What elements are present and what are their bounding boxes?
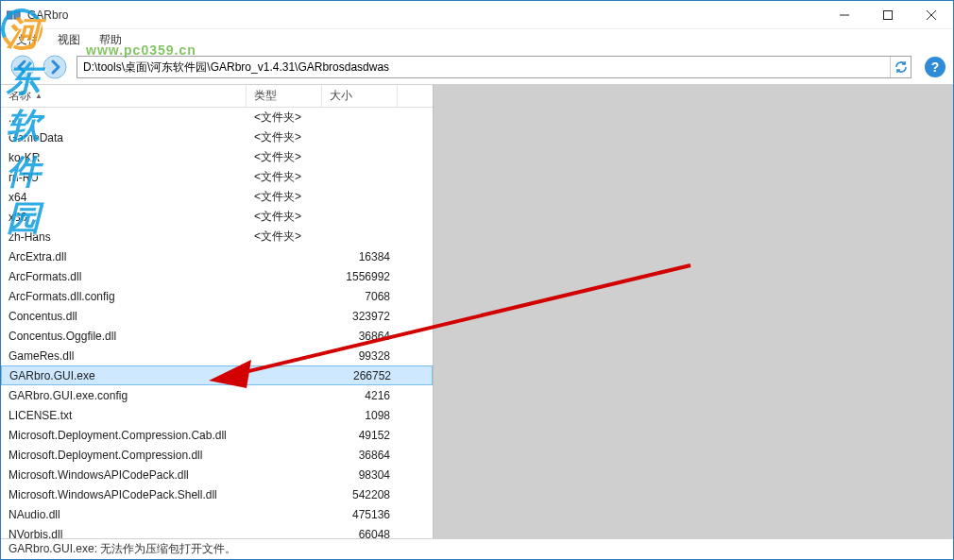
window-controls <box>823 1 953 28</box>
file-name-cell: Concentus.dll <box>1 310 247 323</box>
file-row[interactable]: Microsoft.Deployment.Compression.Cab.dll… <box>1 425 433 445</box>
file-row[interactable]: NAudio.dll475136 <box>1 504 433 524</box>
file-size-cell: 323972 <box>322 310 398 323</box>
file-row[interactable]: GARbro.GUI.exe266752 <box>1 365 433 385</box>
file-list[interactable]: ..<文件夹>GameData<文件夹>ko-KR<文件夹>ru-RU<文件夹>… <box>1 108 433 538</box>
file-size-cell: 99328 <box>322 349 398 363</box>
menu-view[interactable]: 视图 <box>50 30 88 50</box>
file-name-cell: Microsoft.WindowsAPICodePack.dll <box>1 468 247 482</box>
file-row[interactable]: ..<文件夹> <box>1 108 433 127</box>
file-row[interactable]: Microsoft.WindowsAPICodePack.Shell.dll54… <box>1 484 433 504</box>
file-name-cell: Concentus.Oggfile.dll <box>1 330 247 343</box>
file-row[interactable]: Concentus.Oggfile.dll36864 <box>1 326 433 346</box>
file-size-cell: 66048 <box>322 528 398 539</box>
file-size-cell: 16384 <box>322 250 398 263</box>
file-name-cell: Microsoft.Deployment.Compression.dll <box>1 449 247 462</box>
nav-forward-button[interactable] <box>41 53 69 81</box>
svg-point-6 <box>11 56 34 78</box>
file-name-cell: GameData <box>1 131 247 144</box>
app-icon <box>7 9 22 21</box>
file-name-cell: ru-RU <box>1 171 247 184</box>
file-size-cell: 98304 <box>322 468 398 482</box>
status-bar: GARbro.GUI.exe: 无法作为压缩包打开文件。 <box>1 538 953 559</box>
file-name-cell: zh-Hans <box>1 230 247 244</box>
file-row[interactable]: Microsoft.WindowsAPICodePack.dll98304 <box>1 465 433 484</box>
svg-point-7 <box>43 56 66 78</box>
file-name-cell: ko-KR <box>1 151 247 164</box>
file-size-cell: 266752 <box>323 369 399 382</box>
file-row[interactable]: LICENSE.txt1098 <box>1 405 433 425</box>
title-bar: GARbro <box>1 1 953 29</box>
file-type-cell: <文件夹> <box>247 209 322 225</box>
menu-bar: 文件 视图 帮助 <box>1 29 953 50</box>
file-name-cell: NVorbis.dll <box>1 528 247 539</box>
file-size-cell: 475136 <box>322 508 398 521</box>
file-row[interactable]: ArcFormats.dll1556992 <box>1 266 433 286</box>
file-type-cell: <文件夹> <box>247 129 322 145</box>
path-input[interactable] <box>77 57 890 77</box>
menu-file[interactable]: 文件 <box>9 30 46 50</box>
window-title: GARbro <box>27 8 68 22</box>
svg-rect-1 <box>14 11 20 19</box>
file-name-cell: .. <box>1 111 247 125</box>
file-name-cell: NAudio.dll <box>1 508 247 521</box>
toolbar: ? <box>1 50 953 84</box>
maximize-button[interactable] <box>866 1 910 28</box>
file-row[interactable]: ru-RU<文件夹> <box>1 167 433 187</box>
preview-pane <box>434 85 953 538</box>
file-row[interactable]: Concentus.dll323972 <box>1 306 433 326</box>
minimize-button[interactable] <box>823 1 866 28</box>
file-type-cell: <文件夹> <box>247 149 322 165</box>
file-size-cell: 49152 <box>322 429 398 442</box>
column-headers: 名称▲ 类型 大小 <box>1 85 433 108</box>
file-row[interactable]: NVorbis.dll66048 <box>1 524 433 538</box>
file-name-cell: x86 <box>1 211 247 224</box>
file-name-cell: LICENSE.txt <box>1 409 247 422</box>
file-size-cell: 1098 <box>322 409 398 422</box>
file-row[interactable]: ArcFormats.dll.config7068 <box>1 286 433 306</box>
file-row[interactable]: GameRes.dll99328 <box>1 346 433 365</box>
file-name-cell: ArcExtra.dll <box>1 250 247 263</box>
file-row[interactable]: GameData<文件夹> <box>1 127 433 147</box>
file-row[interactable]: x86<文件夹> <box>1 207 433 227</box>
svg-rect-3 <box>884 10 893 19</box>
file-size-cell: 1556992 <box>322 270 398 283</box>
svg-rect-0 <box>7 11 12 19</box>
file-name-cell: GARbro.GUI.exe.config <box>1 389 247 402</box>
file-type-cell: <文件夹> <box>247 110 322 126</box>
file-row[interactable]: ArcExtra.dll16384 <box>1 246 433 266</box>
status-text: GARbro.GUI.exe: 无法作为压缩包打开文件。 <box>9 541 236 557</box>
column-name[interactable]: 名称▲ <box>1 85 247 107</box>
file-size-cell: 542208 <box>322 488 398 501</box>
file-name-cell: Microsoft.WindowsAPICodePack.Shell.dll <box>1 488 247 501</box>
column-size[interactable]: 大小 <box>322 85 398 107</box>
file-name-cell: x64 <box>1 191 247 204</box>
file-row[interactable]: Microsoft.Deployment.Compression.dll3686… <box>1 445 433 465</box>
main-body: 名称▲ 类型 大小 ..<文件夹>GameData<文件夹>ko-KR<文件夹>… <box>1 84 953 538</box>
menu-help[interactable]: 帮助 <box>92 30 129 50</box>
file-size-cell: 7068 <box>322 290 398 303</box>
column-type[interactable]: 类型 <box>247 85 322 107</box>
column-spacer <box>398 85 433 107</box>
file-size-cell: 36864 <box>322 449 398 462</box>
file-row[interactable]: GARbro.GUI.exe.config4216 <box>1 385 433 405</box>
file-name-cell: GARbro.GUI.exe <box>2 369 247 382</box>
refresh-button[interactable] <box>890 57 911 77</box>
file-name-cell: Microsoft.Deployment.Compression.Cab.dll <box>1 429 247 442</box>
file-name-cell: ArcFormats.dll.config <box>1 290 247 303</box>
file-type-cell: <文件夹> <box>247 189 322 205</box>
file-row[interactable]: ko-KR<文件夹> <box>1 147 433 167</box>
file-size-cell: 4216 <box>322 389 398 402</box>
file-name-cell: GameRes.dll <box>1 349 247 363</box>
file-list-pane: 名称▲ 类型 大小 ..<文件夹>GameData<文件夹>ko-KR<文件夹>… <box>1 85 434 538</box>
file-row[interactable]: zh-Hans<文件夹> <box>1 227 433 246</box>
sort-asc-icon: ▲ <box>35 92 43 100</box>
file-type-cell: <文件夹> <box>247 229 322 245</box>
file-row[interactable]: x64<文件夹> <box>1 187 433 207</box>
file-name-cell: ArcFormats.dll <box>1 270 247 283</box>
close-button[interactable] <box>910 1 953 28</box>
file-type-cell: <文件夹> <box>247 169 322 185</box>
address-bar <box>77 56 911 78</box>
nav-back-button[interactable] <box>9 53 37 81</box>
help-button[interactable]: ? <box>925 57 945 77</box>
